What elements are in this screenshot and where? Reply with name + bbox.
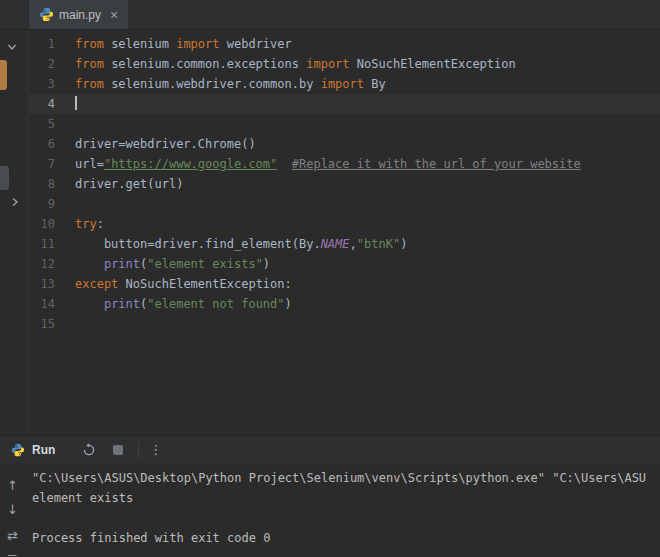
token-url: "https://www.google.com" — [104, 157, 277, 171]
code-line[interactable]: 7url="https://www.google.com" #Replace i… — [29, 154, 660, 174]
line-number[interactable]: 9 — [29, 194, 67, 214]
left-tool-stripe — [0, 30, 28, 435]
more-options-icon[interactable]: ⋮ — [149, 442, 162, 457]
code-text — [67, 314, 75, 334]
line-number[interactable]: 12 — [29, 254, 67, 274]
console-line: "C:\Users\ASUS\Desktop\Python Project\Se… — [32, 468, 660, 488]
token-str: "element not found" — [147, 297, 284, 311]
line-number[interactable]: 6 — [29, 134, 67, 154]
token-pl: , — [350, 237, 357, 251]
token-kw: try — [75, 217, 97, 231]
code-text — [67, 194, 75, 214]
line-number[interactable]: 1 — [29, 34, 67, 54]
console-line: element exists — [32, 488, 660, 508]
rerun-icon[interactable] — [82, 443, 96, 457]
token-kw: from — [75, 57, 104, 71]
tool-stripe-gray-marker[interactable] — [0, 166, 9, 190]
line-number[interactable]: 5 — [29, 114, 67, 134]
code-line[interactable]: 14 print("element not found") — [29, 294, 660, 314]
code-text: print("element exists") — [67, 254, 270, 274]
editor-tab-bar: main.py × — [0, 0, 660, 30]
code-line[interactable]: 11 button=driver.find_element(By.NAME,"b… — [29, 234, 660, 254]
token-pl: ) — [400, 237, 407, 251]
chevron-right-icon[interactable] — [9, 196, 21, 208]
code-text: url="https://www.google.com" #Replace it… — [67, 154, 581, 174]
python-run-icon — [11, 443, 25, 457]
token-pl: url= — [75, 157, 104, 171]
token-bi: print — [104, 297, 140, 311]
token-pl: selenium — [104, 37, 176, 51]
text-caret — [75, 96, 77, 110]
token-kw: import — [306, 57, 349, 71]
code-line[interactable]: 10try: — [29, 214, 660, 234]
line-number[interactable]: 7 — [29, 154, 67, 174]
token-pl: NoSuchElementException — [350, 57, 516, 71]
token-kw: except — [75, 277, 118, 291]
close-icon[interactable]: × — [110, 7, 118, 23]
token-co: NAME — [321, 237, 350, 251]
code-line[interactable]: 12 print("element exists") — [29, 254, 660, 274]
console-output: "C:\Users\ASUS\Desktop\Python Project\Se… — [32, 468, 660, 557]
code-text: from selenium import webdriver — [67, 34, 292, 54]
run-tab-label[interactable]: Run — [32, 443, 55, 457]
line-number[interactable]: 14 — [29, 294, 67, 314]
line-number[interactable]: 10 — [29, 214, 67, 234]
line-number[interactable]: 15 — [29, 314, 67, 334]
down-stack-icon[interactable]: ↓ — [7, 503, 18, 516]
toolbar-divider — [138, 442, 139, 458]
token-bi: print — [104, 257, 140, 271]
chevron-down-icon[interactable] — [6, 41, 18, 53]
line-number[interactable]: 11 — [29, 234, 67, 254]
line-number[interactable]: 2 — [29, 54, 67, 74]
code-line[interactable]: 5 — [29, 114, 660, 134]
code-line[interactable]: 4 — [29, 94, 660, 114]
code-line[interactable]: 13except NoSuchElementException: — [29, 274, 660, 294]
stop-icon[interactable] — [113, 445, 123, 455]
code-line[interactable]: 8driver.get(url) — [29, 174, 660, 194]
code-line[interactable]: 15 — [29, 314, 660, 334]
code-line[interactable]: 9 — [29, 194, 660, 214]
line-number[interactable]: 13 — [29, 274, 67, 294]
token-pl — [277, 157, 291, 171]
line-number[interactable]: 3 — [29, 74, 67, 94]
ide-window: main.py × 1from selenium import webdrive… — [0, 0, 660, 557]
token-pl: button=driver.find_element(By. — [75, 237, 321, 251]
line-number[interactable]: 8 — [29, 174, 67, 194]
code-text: try: — [67, 214, 104, 234]
code-text: driver.get(url) — [67, 174, 183, 194]
token-pl: selenium.webdriver.common.by — [104, 77, 321, 91]
code-text: print("element not found") — [67, 294, 292, 314]
code-text — [67, 114, 75, 134]
run-toolbar: Run ⋮ — [0, 435, 660, 463]
console-line: Process finished with exit code 0 — [32, 528, 660, 548]
code-line[interactable]: 1from selenium import webdriver — [29, 34, 660, 54]
token-kw: import — [321, 77, 364, 91]
clear-console-icon[interactable]: ≡ — [7, 551, 18, 557]
token-pl — [75, 297, 104, 311]
token-pl: ) — [263, 257, 270, 271]
token-pl: NoSuchElementException: — [118, 277, 291, 291]
soft-wrap-icon[interactable]: ⇄ — [7, 529, 18, 542]
code-line[interactable]: 2from selenium.common.exceptions import … — [29, 54, 660, 74]
code-text — [67, 94, 77, 114]
token-str: "btnK" — [357, 237, 400, 251]
token-kw: from — [75, 77, 104, 91]
tab-label: main.py — [59, 8, 101, 22]
code-text: except NoSuchElementException: — [67, 274, 292, 294]
up-stack-icon[interactable]: ↑ — [7, 479, 18, 492]
code-line[interactable]: 3from selenium.webdriver.common.by impor… — [29, 74, 660, 94]
code-text: from selenium.common.exceptions import N… — [67, 54, 516, 74]
tab-main-py[interactable]: main.py × — [29, 0, 128, 29]
token-pl: driver.get(url) — [75, 177, 183, 191]
code-text: button=driver.find_element(By.NAME,"btnK… — [67, 234, 407, 254]
console-line — [32, 508, 660, 528]
token-pl: driver=webdriver.Chrome() — [75, 137, 256, 151]
code-line[interactable]: 6driver=webdriver.Chrome() — [29, 134, 660, 154]
token-pl: selenium.common.exceptions — [104, 57, 306, 71]
tool-stripe-orange-marker[interactable] — [0, 60, 7, 90]
token-cm: #Replace it with the url of your website — [292, 157, 581, 171]
token-pl: By — [364, 77, 386, 91]
editor-lines: 1from selenium import webdriver2from sel… — [29, 30, 660, 434]
line-number[interactable]: 4 — [29, 94, 67, 114]
token-pl: webdriver — [220, 37, 292, 51]
